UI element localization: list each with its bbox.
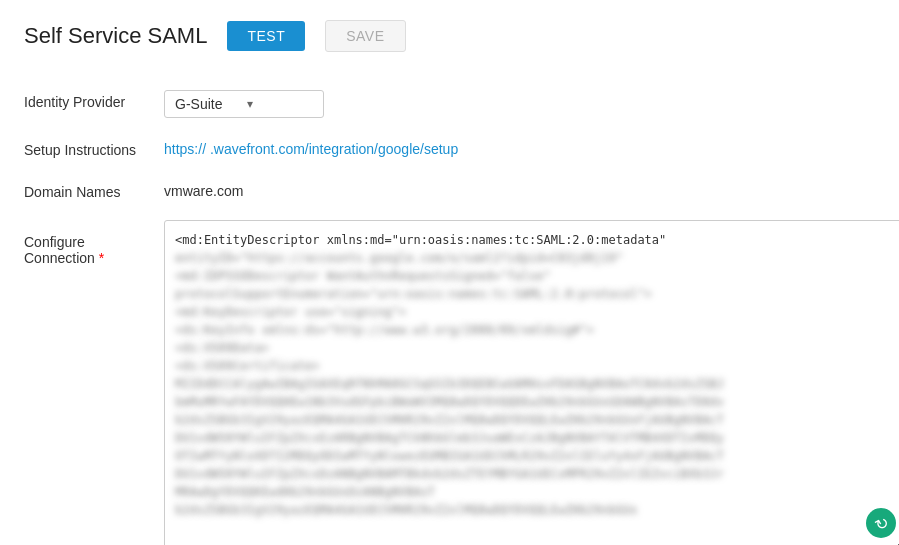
domain-names-text: vmware.com [164, 183, 243, 199]
page-container: Self Service SAML TEST SAVE Identity Pro… [0, 0, 899, 545]
refresh-button[interactable]: ↻ [866, 508, 896, 538]
xml-blurred-line-14: MRAwDgYDVQQKEwdHb29nbGUxDzANBgNVBAsT [175, 483, 893, 501]
xml-first-line: <md:EntityDescriptor xmlns:md="urn:oasis… [175, 231, 893, 249]
domain-names-label: Domain Names [24, 170, 164, 212]
xml-blurred-line-7: <ds:X509Certificate> [175, 357, 893, 375]
xml-blurred-line-12: OTIwMTYyNloXDTI2MDQyODIwMTYyNlowezEUMBIG… [175, 447, 893, 465]
identity-provider-selected-value: G-Suite [175, 96, 241, 112]
xml-blurred-line-13: DU1vdW50YWluIFZpZXcxDzANBgNVBAMTBkdvb2ds… [175, 465, 893, 483]
xml-blurred-line-10: b2dsZSBGb3IgV29yazEQMA4GA1UEChMHR29vZ2xl… [175, 411, 893, 429]
refresh-icon: ↻ [871, 512, 892, 535]
configure-connection-label: Configure Connection * [24, 212, 164, 266]
identity-provider-select[interactable]: G-Suite ▾ [164, 90, 324, 118]
domain-names-value: vmware.com [164, 170, 899, 212]
required-marker: * [99, 250, 104, 266]
form-section: Identity Provider G-Suite ▾ Setup Instru… [24, 80, 875, 545]
xml-blurred-line-2: <md:IDPSSODescriptor WantAuthnRequestsSi… [175, 267, 893, 285]
xml-blurred-line-15: b2dsZSBGb3IgV29yazEQMA4GA1UEChMHR29vZ2xl… [175, 501, 893, 519]
xml-blurred-line-5: <ds:KeyInfo xmlns:ds="http://www.w3.org/… [175, 321, 893, 339]
xml-textarea[interactable]: <md:EntityDescriptor xmlns:md="urn:oasis… [164, 220, 899, 545]
setup-instructions-label: Setup Instructions [24, 128, 164, 170]
xml-blurred-line-1: entityID="https://accounts.google.com/o/… [175, 249, 893, 267]
test-button[interactable]: TEST [227, 21, 305, 51]
page-title: Self Service SAML [24, 23, 207, 49]
chevron-down-icon: ▾ [247, 97, 313, 111]
configure-connection-wrapper: <md:EntityDescriptor xmlns:md="urn:oasis… [164, 212, 899, 545]
xml-blurred-line-8: MIIDdDCCAlygAwIBAgIGAXEqRfNhMA0GCSqGSIb3… [175, 375, 893, 393]
xml-blurred-line-11: DU1vdW50YWluIFZpZXcxEzARBgNVBAgTCkNhbGlm… [175, 429, 893, 447]
xml-blurred-line-6: <ds:X509Data> [175, 339, 893, 357]
save-button: SAVE [325, 20, 405, 52]
identity-provider-label: Identity Provider [24, 80, 164, 128]
xml-content: <md:EntityDescriptor xmlns:md="urn:oasis… [175, 231, 893, 519]
setup-instructions-link[interactable]: https:// .wavefront.com/integration/goog… [164, 141, 458, 157]
xml-blurred-line-3: protocolSupportEnumeration="urn:oasis:na… [175, 285, 893, 303]
setup-instructions-value: https:// .wavefront.com/integration/goog… [164, 128, 899, 170]
identity-provider-value: G-Suite ▾ [164, 80, 899, 128]
header-row: Self Service SAML TEST SAVE [24, 20, 875, 52]
xml-blurred-line-4: <md:KeyDescriptor use="signing"> [175, 303, 893, 321]
xml-blurred-line-9: bmMuMRYwFAYDVQQHEw1Nb3VudGFpbiBWaWV3MQ8w… [175, 393, 893, 411]
